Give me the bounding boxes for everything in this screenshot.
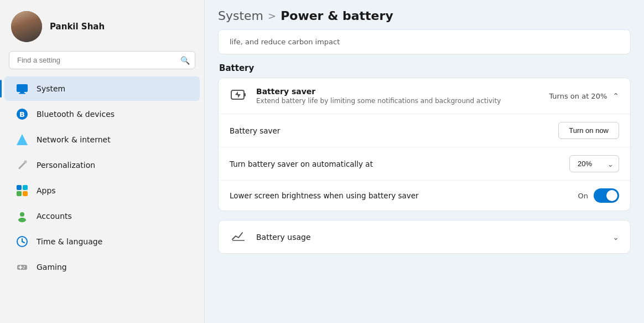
chevron-up-icon[interactable]: ⌃: [612, 91, 619, 100]
battery-saver-icon: [230, 88, 247, 104]
intro-card: life, and reduce carbon impact: [218, 29, 631, 54]
svg-marker-5: [17, 134, 28, 145]
bluetooth-icon: B: [15, 107, 29, 121]
sidebar-item-accounts[interactable]: Accounts: [4, 204, 200, 228]
sidebar-item-label-personalization: Personalization: [37, 161, 95, 170]
brightness-toggle[interactable]: [594, 188, 619, 203]
sidebar-item-apps[interactable]: Apps: [4, 178, 200, 203]
svg-rect-11: [23, 191, 28, 196]
svg-point-12: [20, 212, 24, 217]
battery-percentage-dropdown-wrap: Never 10% 20% 30% 40% 50% ⌄: [569, 155, 619, 172]
battery-saver-desc: Extend battery life by limiting some not…: [256, 97, 540, 105]
battery-saver-subrow-button: Battery saver Turn on now: [219, 114, 630, 147]
battery-brightness-label: Lower screen brightness when using batte…: [230, 191, 578, 200]
sidebar-item-system[interactable]: System: [4, 76, 200, 101]
personalization-icon: [15, 158, 29, 172]
svg-rect-10: [17, 191, 22, 196]
svg-point-13: [18, 218, 26, 222]
search-box[interactable]: 🔍: [9, 51, 195, 69]
breadcrumb-separator: >: [268, 10, 276, 22]
time-language-icon: [15, 235, 29, 248]
sidebar-item-network[interactable]: Network & internet: [4, 127, 200, 152]
svg-point-7: [24, 161, 27, 163]
nav-list: System B Bluetooth & devices Network & i…: [0, 74, 204, 282]
battery-brightness-action: On: [578, 188, 619, 203]
apps-icon: [15, 184, 29, 197]
sidebar-item-gaming[interactable]: Gaming: [4, 255, 200, 279]
battery-percentage-dropdown[interactable]: Never 10% 20% 30% 40% 50%: [569, 155, 619, 172]
battery-saver-action: Turns on at 20% ⌃: [549, 91, 619, 100]
battery-brightness-subrow: Lower screen brightness when using batte…: [219, 181, 630, 211]
avatar: [11, 11, 42, 42]
battery-usage-chevron-icon[interactable]: ⌄: [612, 233, 619, 242]
breadcrumb-current: Power & battery: [281, 9, 393, 23]
gaming-icon: [15, 260, 29, 274]
user-name: Pankil Shah: [50, 22, 105, 32]
svg-point-20: [24, 266, 25, 267]
svg-rect-9: [23, 185, 28, 190]
battery-usage-card[interactable]: Battery usage ⌄: [218, 220, 631, 254]
turn-on-now-button[interactable]: Turn on now: [558, 122, 619, 139]
sidebar-item-label-bluetooth: Bluetooth & devices: [37, 110, 115, 119]
network-icon: [15, 133, 29, 146]
user-profile[interactable]: Pankil Shah: [0, 0, 204, 51]
sidebar-item-label-accounts: Accounts: [37, 212, 72, 221]
sidebar-item-label-apps: Apps: [37, 186, 56, 195]
search-icon: 🔍: [180, 56, 190, 65]
breadcrumb-parent: System: [218, 9, 263, 23]
battery-saver-card: Battery saver Extend battery life by lim…: [218, 78, 631, 211]
battery-saver-title: Battery saver: [256, 87, 540, 96]
svg-rect-23: [244, 93, 246, 96]
main-content: System > Power & battery life, and reduc…: [205, 0, 644, 323]
svg-text:B: B: [19, 110, 25, 119]
toggle-thumb: [606, 190, 617, 201]
sidebar-item-label-time-language: Time & language: [37, 237, 102, 246]
accounts-icon: [15, 209, 29, 223]
svg-point-21: [23, 268, 24, 269]
battery-saver-header-row[interactable]: Battery saver Extend battery life by lim…: [219, 78, 630, 114]
toggle-on-label: On: [578, 192, 588, 200]
sidebar-item-label-gaming: Gaming: [37, 263, 67, 271]
battery-saver-subrow-dropdown: Turn battery saver on automatically at N…: [219, 147, 630, 181]
search-input[interactable]: [9, 51, 195, 69]
sidebar-item-personalization[interactable]: Personalization: [4, 153, 200, 177]
sidebar-item-bluetooth[interactable]: B Bluetooth & devices: [4, 102, 200, 126]
battery-saver-content: Battery saver Extend battery life by lim…: [256, 87, 540, 105]
battery-usage-icon: [230, 229, 247, 244]
svg-line-16: [22, 242, 24, 243]
svg-rect-0: [17, 84, 28, 92]
battery-usage-label: Battery usage: [256, 233, 604, 242]
battery-auto-action: Never 10% 20% 30% 40% 50% ⌄: [569, 155, 619, 172]
intro-text: life, and reduce carbon impact: [230, 38, 340, 46]
breadcrumb: System > Power & battery: [218, 0, 631, 29]
svg-rect-2: [19, 93, 25, 94]
battery-saver-subrow-action: Turn on now: [558, 122, 619, 139]
battery-saver-subrow-label: Battery saver: [230, 126, 558, 135]
system-icon: [15, 82, 29, 95]
svg-rect-8: [17, 185, 22, 190]
battery-section-title: Battery: [218, 63, 631, 73]
sidebar-item-label-network: Network & internet: [37, 135, 111, 144]
battery-usage-row[interactable]: Battery usage ⌄: [219, 221, 630, 253]
turns-on-text: Turns on at 20%: [549, 92, 607, 100]
sidebar: Pankil Shah 🔍 System B Bluetooth & devic…: [0, 0, 205, 323]
sidebar-item-time-language[interactable]: Time & language: [4, 229, 200, 254]
battery-auto-label: Turn battery saver on automatically at: [230, 160, 569, 168]
sidebar-item-label-system: System: [37, 84, 65, 93]
svg-rect-1: [20, 92, 24, 93]
